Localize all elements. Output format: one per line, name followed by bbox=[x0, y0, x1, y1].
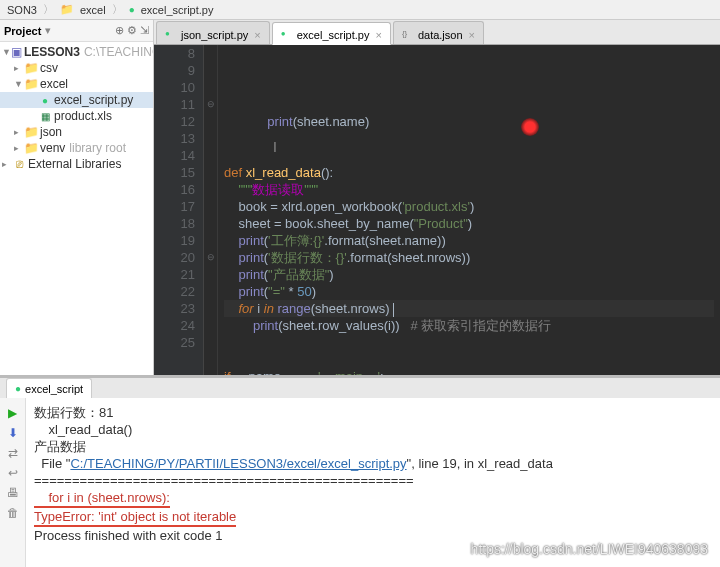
chevron-down-icon[interactable]: ▾ bbox=[45, 24, 51, 37]
tree-item[interactable]: ●excel_script.py bbox=[0, 92, 153, 108]
tree-item[interactable]: ▸📁venvlibrary root bbox=[0, 140, 153, 156]
code-content[interactable]: I print(sheet.name)def xl_read_data(): "… bbox=[218, 45, 720, 375]
project-tree: ▼▣ LESSON3 C:\TEACHING\PY\ ▸📁csv▼📁excel●… bbox=[0, 42, 153, 174]
tree-item[interactable]: ▸📁json bbox=[0, 124, 153, 140]
breadcrumb-item[interactable]: excel bbox=[77, 4, 109, 16]
project-panel: Project ▾ ⊕ ⚙ ⇲ ▼▣ LESSON3 C:\TEACHING\P… bbox=[0, 20, 154, 375]
py-icon: ● bbox=[126, 4, 138, 15]
editor-tab[interactable]: ●excel_script.py× bbox=[272, 22, 391, 45]
editor: ●json_script.py×●excel_script.py×{}data.… bbox=[154, 20, 720, 375]
watermark: https://blog.csdn.net/LIWEI940638093 bbox=[471, 541, 708, 557]
run-tabs: ● excel_script bbox=[0, 378, 720, 398]
print-button[interactable]: 🖶 bbox=[4, 484, 22, 502]
pin-button[interactable]: ⇄ bbox=[4, 444, 22, 462]
laser-pointer-annotation bbox=[521, 118, 539, 136]
project-header: Project ▾ ⊕ ⚙ ⇲ bbox=[0, 20, 153, 42]
stop-button[interactable]: ⬇ bbox=[4, 424, 22, 442]
soft-wrap-button[interactable]: ↩ bbox=[4, 464, 22, 482]
tree-item[interactable]: ▸📁csv bbox=[0, 60, 153, 76]
run-tab-item[interactable]: ● excel_script bbox=[6, 378, 92, 398]
breadcrumb-item[interactable]: excel_script.py bbox=[138, 4, 217, 16]
close-icon[interactable]: × bbox=[254, 29, 260, 41]
project-root[interactable]: ▼▣ LESSON3 C:\TEACHING\PY\ bbox=[0, 44, 153, 60]
run-panel: ● excel_script ▶ ⬇ ⇄ ↩ 🖶 🗑 数据行数：81 xl_re… bbox=[0, 375, 720, 567]
close-icon[interactable]: × bbox=[375, 29, 381, 41]
breadcrumb: SON3〉 📁 excel〉 ● excel_script.py bbox=[0, 0, 720, 20]
gutter: 8910111213141516171819202122232425 bbox=[154, 45, 204, 375]
tree-item[interactable]: ▸⎚External Libraries bbox=[0, 156, 153, 172]
breadcrumb-item[interactable]: SON3 bbox=[4, 4, 40, 16]
run-toolbar: ▶ ⬇ ⇄ ↩ 🖶 🗑 bbox=[0, 398, 26, 567]
code-area[interactable]: 8910111213141516171819202122232425 ⊖⊖ I … bbox=[154, 45, 720, 375]
text-cursor-icon: I bbox=[273, 139, 277, 156]
editor-tab[interactable]: ●json_script.py× bbox=[156, 21, 270, 44]
trash-button[interactable]: 🗑 bbox=[4, 504, 22, 522]
folder-icon: 📁 bbox=[57, 3, 77, 16]
py-icon: ● bbox=[15, 383, 21, 394]
tree-item[interactable]: ▦product.xls bbox=[0, 108, 153, 124]
rerun-button[interactable]: ▶ bbox=[4, 404, 22, 422]
gear-icon[interactable]: ⊕ ⚙ ⇲ bbox=[115, 24, 149, 37]
project-title: Project bbox=[4, 25, 41, 37]
editor-tabs: ●json_script.py×●excel_script.py×{}data.… bbox=[154, 20, 720, 45]
tree-item[interactable]: ▼📁excel bbox=[0, 76, 153, 92]
editor-tab[interactable]: {}data.json× bbox=[393, 21, 484, 44]
close-icon[interactable]: × bbox=[469, 29, 475, 41]
fold-column: ⊖⊖ bbox=[204, 45, 218, 375]
